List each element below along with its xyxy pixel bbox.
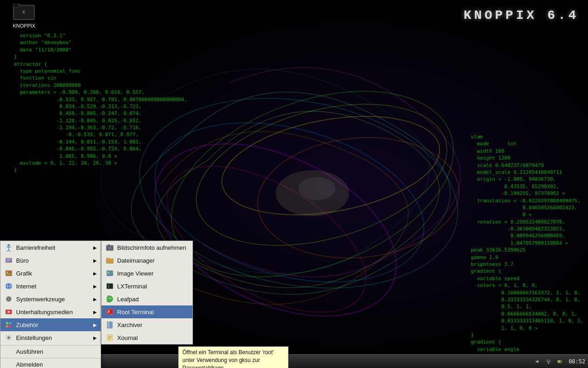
menu-item-ausfuhren[interactable]: Ausführen (0, 346, 101, 357)
svg-rect-19 (6, 260, 10, 261)
menu-item-internet[interactable]: Internet ▶ (0, 280, 101, 293)
internet-icon (4, 282, 13, 291)
menu-item-systemwerkzeuge[interactable]: Systemwerkzeuge ▶ (0, 293, 101, 305)
submenu-label-bildschirmfoto: Bildschirmfoto aufnehmen (117, 244, 186, 251)
svg-rect-18 (6, 259, 11, 260)
submenu-label-imageviewer: Image Viewer (117, 270, 153, 277)
svg-rect-50 (108, 324, 109, 325)
menu-label-unterhaltungsmedien: Unterhaltungsmedien (16, 309, 73, 316)
svg-point-10 (299, 177, 335, 200)
svg-point-16 (8, 244, 10, 247)
menu-separator-2 (0, 358, 101, 358)
svg-rect-70 (547, 361, 550, 362)
svg-marker-68 (536, 360, 538, 363)
knoppix-desktop-icon[interactable]: K KNOPPIX (13, 4, 35, 29)
accessibility-icon (4, 243, 13, 252)
menu-label-barrierefreiheit: Barrierefreiheit (16, 244, 55, 251)
svg-rect-52 (108, 327, 109, 328)
submenu-item-xournal[interactable]: Xournal (102, 331, 192, 344)
system-clock[interactable]: 08:52 (569, 358, 585, 365)
svg-rect-49 (108, 322, 109, 323)
tooltip: Öffnet ein Terminal als Benutzer 'root' … (178, 346, 288, 368)
menu-label-systemwerkzeuge: Systemwerkzeuge (16, 296, 65, 303)
submenu-label-xournal: Xournal (117, 334, 138, 341)
knoppix-logo: KNOPPIX 6.4 (464, 8, 579, 23)
xarchiver-icon (105, 320, 114, 329)
svg-rect-73 (561, 361, 562, 362)
svg-point-21 (7, 272, 8, 273)
menu-item-buro[interactable]: Büro ▶ (0, 254, 101, 267)
arrow-barrierefreiheit: ▶ (93, 245, 97, 250)
submenu-item-dateimanager[interactable]: Dateimanager (102, 254, 192, 267)
taskbar-right: 08:52 (530, 355, 588, 368)
svg-point-35 (8, 337, 10, 339)
folder-icon: K (13, 4, 35, 22)
context-menu: Barrierefreiheit ▶ Büro ▶ Grafik ▶ Inter… (0, 241, 101, 368)
svg-rect-30 (6, 322, 8, 324)
root-terminal-icon: #_ (105, 307, 114, 316)
svg-rect-48 (107, 322, 113, 328)
submenu-item-imageviewer[interactable]: Image Viewer (102, 267, 192, 280)
svg-point-27 (8, 299, 10, 300)
menu-label-buro: Büro (16, 257, 28, 264)
svg-text:#_: #_ (107, 310, 112, 314)
svg-rect-74 (558, 361, 560, 362)
arrow-einstellungen: ▶ (93, 335, 97, 340)
svg-rect-41 (106, 258, 109, 259)
network-icon (546, 357, 551, 366)
svg-rect-33 (9, 325, 11, 328)
submenu-label-dateimanager: Dateimanager (117, 257, 155, 264)
svg-text:$_: $_ (107, 284, 112, 288)
svg-point-43 (108, 272, 109, 273)
menu-item-unterhaltungsmedien[interactable]: Unterhaltungsmedien ▶ (0, 305, 101, 318)
menu-label-grafik: Grafik (16, 270, 32, 277)
lxterminal-icon: $_ (105, 282, 114, 291)
submenu-label-leafpad: Leafpad (117, 296, 139, 303)
xournal-icon (105, 333, 114, 342)
zubehor-icon (4, 320, 13, 329)
imageviewer-icon (105, 269, 114, 278)
svg-rect-32 (6, 325, 8, 328)
volume-tray-btn[interactable] (533, 357, 542, 366)
submenu-item-bildschirmfoto[interactable]: Bildschirmfoto aufnehmen (102, 241, 192, 254)
svg-rect-20 (6, 270, 12, 276)
taskbar-middle (64, 355, 530, 368)
menu-separator (0, 345, 101, 345)
grafik-icon (4, 269, 13, 278)
power-icon (557, 357, 562, 366)
svg-rect-15 (13, 4, 19, 7)
submenu-item-leafpad[interactable]: Leafpad (102, 293, 192, 305)
submenu-zubehor: Bildschirmfoto aufnehmen Dateimanager Im… (101, 241, 193, 345)
menu-item-grafik[interactable]: Grafik ▶ (0, 267, 101, 280)
systemwerkzeuge-icon (4, 294, 13, 304)
bildschirmfoto-icon (105, 243, 114, 252)
svg-rect-40 (106, 259, 113, 264)
svg-point-38 (109, 247, 111, 249)
submenu-item-rootterminal[interactable]: #_ Root Terminal (102, 305, 192, 318)
menu-item-barrierefreiheit[interactable]: Barrierefreiheit ▶ (0, 241, 101, 254)
leafpad-icon (105, 294, 114, 304)
menu-item-abmelden[interactable]: Abmelden (0, 359, 101, 368)
menu-label-internet: Internet (16, 283, 36, 290)
arrow-buro: ▶ (93, 258, 97, 263)
volume-icon (535, 357, 540, 366)
network-tray-btn[interactable] (544, 357, 553, 366)
submenu-label-xarchiver: Xarchiver (117, 322, 142, 328)
svg-rect-71 (546, 360, 551, 360)
arrow-zubehor: ▶ (93, 322, 97, 328)
arrow-internet: ▶ (93, 284, 97, 289)
svg-text:K: K (23, 10, 25, 15)
svg-rect-69 (548, 362, 549, 364)
buro-icon (4, 256, 13, 265)
dateimanager-icon (105, 256, 114, 265)
arrow-grafik: ▶ (93, 271, 97, 276)
svg-rect-31 (9, 322, 11, 324)
arrow-systemwerkzeuge: ▶ (93, 297, 97, 302)
menu-item-zubehor[interactable]: Zubehör ▶ (0, 318, 101, 331)
submenu-item-lxterminal[interactable]: $_ LXTerminal (102, 280, 192, 293)
menu-label-einstellungen: Einstellungen (16, 334, 52, 341)
power-tray-btn[interactable] (555, 357, 564, 366)
menu-item-einstellungen[interactable]: Einstellungen ▶ (0, 331, 101, 344)
knoppix-icon-label: KNOPPIX (13, 23, 35, 29)
submenu-item-xarchiver[interactable]: Xarchiver (102, 318, 192, 331)
